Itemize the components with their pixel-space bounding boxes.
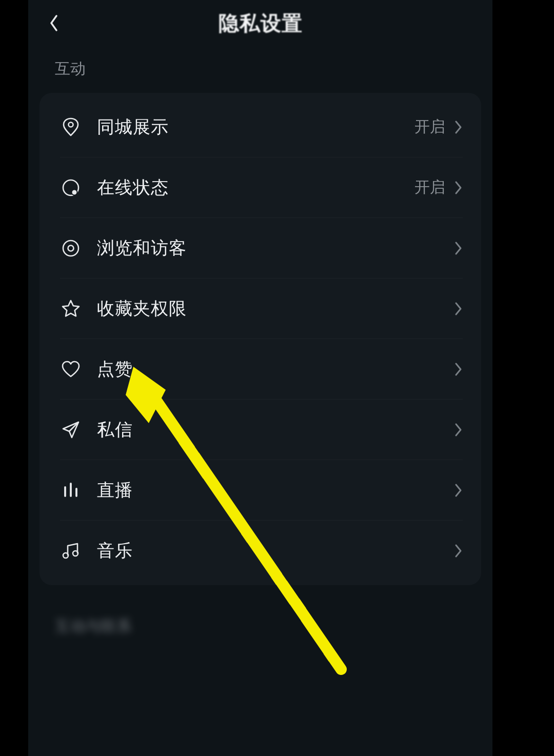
row-music[interactable]: 音乐 [39,521,481,581]
settings-card: 同城展示 开启 在线状态 开启 [39,93,481,585]
chevron-right-icon [454,181,463,195]
svg-point-0 [69,122,73,127]
svg-point-3 [63,241,78,256]
eye-icon [60,237,82,259]
row-label: 点赞 [97,357,454,381]
star-icon [60,298,82,320]
row-favorites[interactable]: 收藏夹权限 [39,278,481,339]
row-value: 开启 [414,177,445,198]
screen: 隐私设置 互动 同城展示 开启 [28,0,492,756]
row-live[interactable]: 直播 [39,460,481,521]
row-likes[interactable]: 点赞 [39,339,481,400]
pin-icon [60,116,82,138]
row-value: 开启 [414,116,445,137]
section-label-blurred: 互动与联系 [28,601,492,643]
status-icon [60,177,82,198]
row-visitors[interactable]: 浏览和访客 [39,218,481,278]
chevron-left-icon [49,14,59,32]
row-label: 直播 [97,479,454,502]
row-label: 浏览和访客 [97,236,454,260]
bars-icon [60,480,82,501]
music-icon [60,540,82,562]
chevron-right-icon [454,241,463,255]
page-title: 隐私设置 [219,9,303,37]
heart-icon [60,359,82,380]
send-icon [60,419,82,441]
row-online-status[interactable]: 在线状态 开启 [39,157,481,218]
chevron-right-icon [454,483,463,498]
row-label: 同城展示 [97,115,414,139]
row-label: 在线状态 [97,176,414,200]
svg-point-2 [72,189,77,195]
section-label-interaction: 互动 [28,46,492,89]
chevron-right-icon [454,423,463,437]
row-messages[interactable]: 私信 [39,400,481,460]
chevron-right-icon [454,120,463,134]
header: 隐私设置 [28,0,492,46]
row-local-display[interactable]: 同城展示 开启 [39,97,481,157]
chevron-right-icon [454,302,463,316]
row-label: 音乐 [97,539,454,563]
row-label: 私信 [97,418,454,442]
back-button[interactable] [43,12,65,34]
chevron-right-icon [454,544,463,558]
svg-point-4 [68,245,74,251]
chevron-right-icon [454,362,463,376]
row-label: 收藏夹权限 [97,297,454,321]
